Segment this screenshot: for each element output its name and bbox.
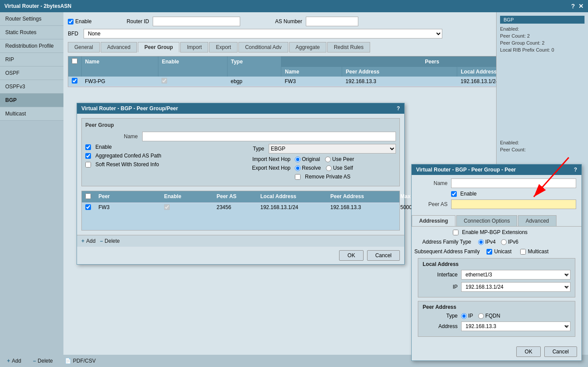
peer-addr-ip-label: IP	[468, 313, 473, 319]
inner-cell-peer: FW3	[95, 203, 161, 230]
peer-tab-addressing[interactable]: Addressing	[412, 215, 455, 226]
sidebar-item-bgp[interactable]: BGP	[0, 94, 63, 107]
inner-table-header: Peer Enable Peer AS Local Address Peer A…	[82, 191, 399, 203]
pg-type-select[interactable]: EBGP	[269, 144, 396, 154]
row-checkbox[interactable]	[72, 78, 77, 84]
info-peer-group-count: Peer Group Count: 2	[500, 40, 584, 45]
peer-addr-ip-radio[interactable]	[461, 313, 467, 319]
export-nexthop-resolve-radio[interactable]	[295, 165, 301, 171]
pg-ok-button[interactable]: OK	[339, 250, 363, 261]
enable-checkbox[interactable]	[68, 19, 74, 24]
sidebar-item-multicast[interactable]: Multicast	[0, 107, 63, 121]
inner-table-row[interactable]: FW3 23456 192.168.13.1/24 192.168.13.3 5…	[82, 203, 399, 230]
pg-name-input[interactable]: FW3-PG	[142, 132, 396, 141]
pg-add-button[interactable]: + Add	[81, 238, 95, 244]
cell-type: ebgp	[227, 77, 281, 87]
router-id-input[interactable]: 10.10.10.1	[153, 17, 240, 26]
tab-export[interactable]: Export	[209, 42, 238, 52]
info-enabled: Enabled:	[500, 26, 584, 31]
pdf-button[interactable]: 📄 PDF/CSV	[62, 357, 98, 365]
peer-addr-fqdn-radio[interactable]	[478, 313, 484, 319]
pg-softreset-checkbox[interactable]	[85, 162, 91, 168]
inner-select-all[interactable]	[85, 193, 91, 199]
cell-peer-name: FW3	[281, 77, 342, 87]
enable-check	[161, 78, 167, 84]
inner-cell-peeras: 23456	[213, 203, 257, 230]
pdf-icon: 📄	[65, 358, 71, 364]
subseq-addr-family-label: Subsequent Address Family	[414, 248, 480, 255]
peer-addr-fqdn-label: FQDN	[485, 313, 500, 319]
sidebar-item-rip[interactable]: RIP	[0, 53, 63, 66]
tab-aggregate[interactable]: Aggregate	[289, 42, 326, 52]
import-nexthop-original-radio[interactable]	[295, 157, 301, 162]
sidebar-item-ospf[interactable]: OSPF	[0, 66, 63, 80]
dialog-peer: Virtual Router - BGP - Peer Group - Peer…	[411, 164, 582, 361]
app-title: Virtual Router - 2bytesASN	[4, 3, 71, 9]
sidebar-item-redistribution-profile[interactable]: Redistribution Profile	[0, 39, 63, 53]
tab-general[interactable]: General	[68, 42, 100, 52]
peer-addr-label: Address	[423, 323, 458, 329]
peer-enable-checkbox[interactable]	[451, 191, 457, 197]
tab-import[interactable]: Import	[180, 42, 208, 52]
delete-button[interactable]: – Delete	[30, 357, 55, 365]
tab-conditional-adv[interactable]: Conditional Adv	[238, 42, 288, 52]
add-button[interactable]: + Add	[4, 357, 24, 365]
bgp-info-header: BGP	[500, 16, 584, 24]
addr-family-ipv4-label: IPv4	[485, 239, 496, 245]
pg-cancel-button[interactable]: Cancel	[367, 250, 400, 261]
peer-name-label: Name	[417, 180, 448, 186]
info-local-rib: Local RIB Prefix Count: 0	[500, 47, 584, 52]
inner-col-enable: Enable	[161, 192, 213, 201]
ip-label: IP	[423, 284, 458, 290]
unicast-label: Unicast	[494, 248, 511, 255]
bfd-select[interactable]: None	[84, 29, 442, 38]
inner-row-checkbox[interactable]	[85, 204, 91, 210]
pg-remove-private-as-label: Remove Private AS	[305, 174, 350, 180]
peer-tab-connection-options[interactable]: Connection Options	[456, 215, 517, 226]
dialog-peer-group-help[interactable]: ?	[397, 105, 400, 112]
sidebar-item-static-routes[interactable]: Static Routes	[0, 26, 63, 39]
ip-select[interactable]: 192.168.13.1/24	[461, 282, 570, 292]
multicast-checkbox[interactable]	[520, 249, 526, 255]
tab-peer-group[interactable]: Peer Group	[138, 42, 179, 52]
inner-col-localaddr: Local Address	[257, 192, 327, 201]
peer-form: Name FW3 Enable Peer AS 23456	[412, 175, 581, 215]
select-all-checkbox[interactable]	[72, 58, 77, 64]
peer-address-section: Peer Address Type IP FQDN Address	[418, 301, 575, 337]
addr-family-ipv6-radio[interactable]	[501, 239, 507, 245]
tab-redist-rules[interactable]: Redist Rules	[327, 42, 370, 52]
pg-delete-button[interactable]: – Delete	[100, 238, 119, 244]
addr-family-ipv4-radio[interactable]	[478, 239, 484, 245]
dialog-peer-group-footer: OK Cancel	[77, 247, 404, 264]
peer-cancel-button[interactable]: Cancel	[544, 346, 577, 357]
sidebar-item-router-settings[interactable]: Router Settings	[0, 12, 63, 26]
as-number-label: AS Number	[275, 18, 302, 24]
mp-bgp-label: Enable MP-BGP Extensions	[462, 229, 528, 235]
as-number-input[interactable]: 65530	[306, 17, 358, 26]
peer-ok-button[interactable]: OK	[516, 346, 540, 357]
addr-family-ipv6-label: IPv6	[508, 239, 518, 245]
sidebar-item-ospfv3[interactable]: OSPFv3	[0, 80, 63, 94]
mp-bgp-checkbox[interactable]	[453, 230, 458, 235]
tab-advanced[interactable]: Advanced	[101, 42, 137, 52]
dialog-peer-footer: OK Cancel	[412, 343, 581, 360]
peer-as-input[interactable]: 23456	[451, 199, 576, 209]
pg-aggregated-checkbox[interactable]	[85, 153, 91, 159]
pg-enable-checkbox[interactable]	[85, 144, 91, 150]
import-nexthop-usepeer-radio[interactable]	[325, 157, 331, 162]
unicast-checkbox[interactable]	[486, 249, 492, 255]
cell-peer-address: 192.168.13.3	[342, 77, 457, 87]
close-icon[interactable]: ✕	[578, 3, 584, 10]
dialog-peer-help[interactable]: ?	[574, 167, 577, 173]
interface-label: Interface	[423, 272, 458, 278]
title-bar: Virtual Router - 2bytesASN ? ✕	[0, 0, 588, 12]
peer-name-input[interactable]: FW3	[451, 178, 576, 188]
help-icon[interactable]: ?	[571, 3, 575, 10]
peer-group-add-delete-row: + Add – Delete	[77, 235, 404, 247]
info-peer-count2: Peer Count:	[500, 147, 584, 152]
peer-tab-advanced[interactable]: Advanced	[518, 215, 556, 226]
export-nexthop-useself-radio[interactable]	[326, 165, 332, 171]
pg-remove-private-as-checkbox[interactable]	[295, 174, 301, 180]
interface-select[interactable]: ethernet1/3	[461, 270, 570, 280]
peer-address-select[interactable]: 192.168.13.3	[461, 322, 570, 331]
